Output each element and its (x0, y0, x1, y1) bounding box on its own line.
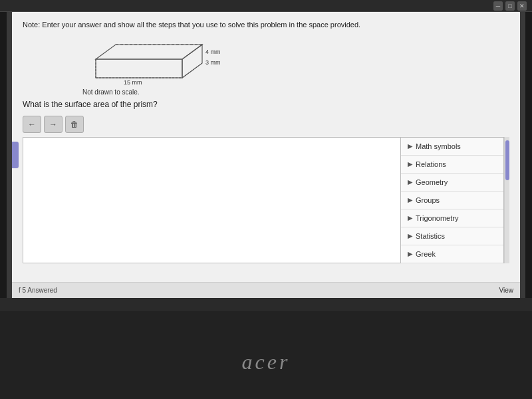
arrow-icon: ▶ (408, 143, 412, 150)
arrow-icon: ▶ (408, 251, 412, 257)
symbols-sidebar: ▶ Math symbols ▶ Relations ▶ Geometry ▶ … (401, 137, 504, 263)
screen: Note: Enter your answer and show all the… (7, 12, 525, 298)
svg-marker-1 (96, 45, 202, 59)
scrollbar-track[interactable] (504, 137, 509, 263)
status-bar: f 5 Answered View (12, 282, 520, 298)
content-area: Note: Enter your answer and show all the… (12, 12, 520, 298)
arrow-icon: ▶ (408, 161, 412, 168)
answer-row: ▶ Math symbols ▶ Relations ▶ Geometry ▶ … (23, 137, 509, 263)
minimize-button[interactable]: ─ (493, 1, 503, 11)
sidebar-item-label: Statistics (416, 232, 445, 240)
svg-rect-0 (96, 59, 182, 78)
sidebar-item-label: Greek (416, 250, 436, 258)
note-text: Note: Enter your answer and show all the… (23, 20, 509, 30)
arrow-icon: ▶ (408, 233, 412, 239)
sidebar-item-label: Relations (416, 160, 446, 168)
arrow-icon: ▶ (408, 179, 412, 186)
sidebar-item-statistics[interactable]: ▶ Statistics (401, 227, 503, 245)
sidebar-item-relations[interactable]: ▶ Relations (401, 156, 503, 174)
desk-area: acer (0, 311, 532, 399)
diagram-area: 4 mm 3 mm 15 mm Not drawn to scale. (76, 39, 509, 96)
svg-text:15 mm: 15 mm (124, 79, 142, 86)
toolbar: ← → 🗑 (23, 116, 509, 133)
sidebar-item-label: Groups (416, 196, 440, 204)
scrollbar-thumb[interactable] (505, 140, 509, 180)
arrow-icon: ▶ (408, 197, 412, 203)
arrow-icon: ▶ (408, 215, 412, 221)
svg-marker-2 (182, 45, 202, 78)
sidebar-item-greek[interactable]: ▶ Greek (401, 245, 503, 263)
window-titlebar: ─ □ ✕ (0, 0, 532, 12)
question-text: What is the surface area of the prism? (23, 100, 509, 109)
sidebar-item-label: Geometry (416, 178, 448, 186)
undo-button[interactable]: ← (23, 116, 41, 133)
sidebar-item-trigonometry[interactable]: ▶ Trigonometry (401, 209, 503, 227)
sidebar-item-groups[interactable]: ▶ Groups (401, 192, 503, 209)
sidebar-item-label: Math symbols (416, 142, 461, 150)
delete-button[interactable]: 🗑 (65, 116, 84, 133)
sidebar-item-label: Trigonometry (416, 214, 458, 222)
left-tab[interactable] (12, 142, 19, 168)
sidebar-item-geometry[interactable]: ▶ Geometry (401, 174, 503, 192)
window-controls: ─ □ ✕ (493, 1, 527, 11)
prism-diagram: 4 mm 3 mm 15 mm (76, 39, 222, 86)
svg-text:3 mm: 3 mm (205, 59, 221, 66)
close-button[interactable]: ✕ (517, 1, 527, 11)
answer-input[interactable] (23, 137, 401, 263)
restore-button[interactable]: □ (505, 1, 515, 11)
sidebar-item-math-symbols[interactable]: ▶ Math symbols (401, 138, 503, 156)
redo-button[interactable]: → (44, 116, 63, 133)
monitor-bottom-bezel (0, 298, 532, 311)
scale-note: Not drawn to scale. (82, 88, 140, 96)
acer-logo: acer (242, 350, 291, 374)
svg-text:4 mm: 4 mm (205, 49, 221, 55)
view-button[interactable]: View (499, 287, 514, 294)
answered-text: f 5 Answered (19, 287, 57, 294)
